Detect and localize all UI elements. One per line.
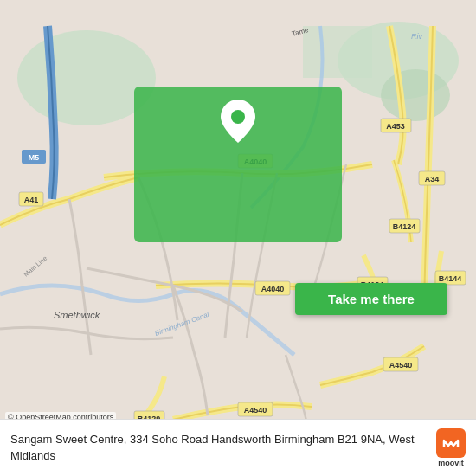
svg-text:A453: A453 <box>386 122 405 131</box>
svg-text:A41: A41 <box>24 196 39 204</box>
svg-text:A4040: A4040 <box>261 285 285 293</box>
moovit-icon <box>436 428 466 458</box>
svg-text:Riv: Riv <box>411 32 422 41</box>
location-pin <box>221 100 255 146</box>
svg-point-34 <box>231 110 245 124</box>
map-container: M5 A41 A4040 A4040 A453 A34 B4124 B4144 … <box>0 0 476 476</box>
svg-text:A4540: A4540 <box>244 406 267 415</box>
pin-highlight-area: Take me there <box>134 87 342 242</box>
moovit-logo: moovit <box>436 428 466 467</box>
svg-text:A4540: A4540 <box>389 361 413 370</box>
svg-text:B4144: B4144 <box>439 274 462 283</box>
svg-text:B4124: B4124 <box>393 222 416 231</box>
moovit-brand-text: moovit <box>438 459 464 467</box>
svg-text:Smethwick: Smethwick <box>54 310 100 320</box>
svg-text:A34: A34 <box>425 175 440 183</box>
svg-point-3 <box>381 69 450 121</box>
info-bar: Sangam Sweet Centre, 334 Soho Road Hands… <box>0 419 476 476</box>
location-address: Sangam Sweet Centre, 334 Soho Road Hands… <box>10 432 428 463</box>
svg-text:M5: M5 <box>29 153 40 162</box>
take-me-there-button[interactable]: Take me there <box>295 283 447 315</box>
svg-rect-4 <box>303 26 372 78</box>
